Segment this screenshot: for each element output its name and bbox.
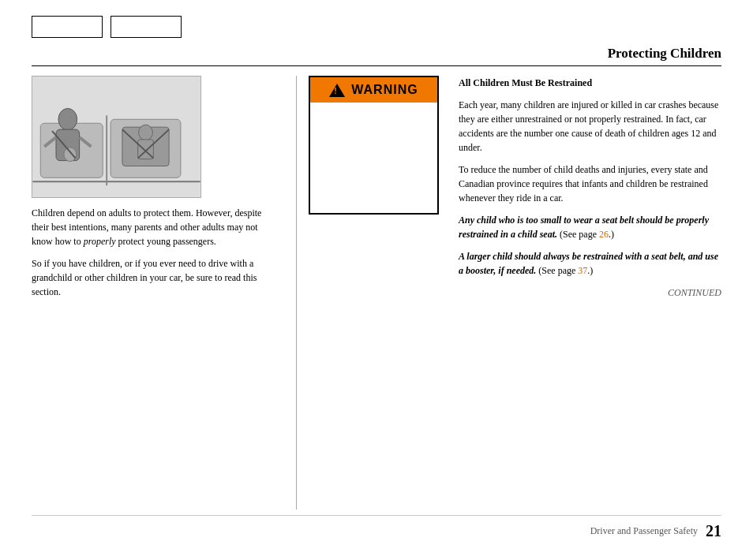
column-divider xyxy=(296,76,297,510)
nav-box-1[interactable] xyxy=(32,16,103,38)
svg-point-10 xyxy=(64,147,77,162)
page-link-26[interactable]: 26 xyxy=(599,229,609,240)
page-title: Protecting Children xyxy=(608,46,721,61)
right-para-4: A larger child should always be restrain… xyxy=(459,249,721,278)
warning-triangle-icon xyxy=(329,84,345,97)
middle-column: WARNING xyxy=(301,76,447,510)
illustration-box xyxy=(32,76,201,198)
footer-section-label: Driver and Passenger Safety xyxy=(590,525,698,537)
left-para-2: So if you have children, or if you ever … xyxy=(32,256,280,299)
page-title-bar: Protecting Children xyxy=(32,46,721,66)
footer-page-number: 21 xyxy=(706,522,721,540)
footer-nav: Driver and Passenger Safety 21 xyxy=(590,522,721,540)
right-para-1: Each year, many children are injured or … xyxy=(459,98,721,155)
warning-content xyxy=(310,103,437,213)
page-link-37[interactable]: 37 xyxy=(578,265,587,276)
svg-point-4 xyxy=(58,108,77,130)
left-text: Children depend on adults to protect the… xyxy=(32,206,280,299)
right-text: All Children Must Be Restrained Each yea… xyxy=(459,76,721,300)
footer: Driver and Passenger Safety 21 xyxy=(32,515,721,540)
continued-text: CONTINUED xyxy=(459,286,721,300)
left-column: Children depend on adults to protect the… xyxy=(32,76,292,510)
right-section-title: All Children Must Be Restrained xyxy=(459,76,721,90)
right-para-3: Any child who is too small to wear a sea… xyxy=(459,213,721,241)
warning-label: WARNING xyxy=(351,83,418,97)
left-para-1: Children depend on adults to protect the… xyxy=(32,206,280,248)
main-content: Children depend on adults to protect the… xyxy=(32,76,721,510)
right-column: All Children Must Be Restrained Each yea… xyxy=(447,76,721,510)
top-nav xyxy=(32,16,721,38)
warning-header: WARNING xyxy=(310,77,437,103)
nav-box-2[interactable] xyxy=(111,16,182,38)
svg-point-8 xyxy=(139,125,153,140)
warning-box: WARNING xyxy=(309,76,439,215)
page-container: Protecting Children xyxy=(0,0,753,560)
right-para-2: To reduce the number of child deaths and… xyxy=(459,162,721,205)
